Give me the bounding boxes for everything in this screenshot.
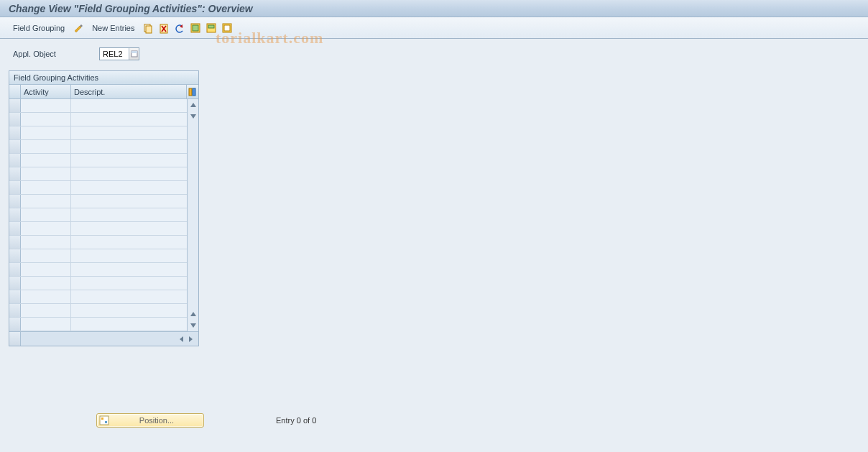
select-all-column-header[interactable]: [9, 85, 21, 98]
cell-activity[interactable]: [21, 126, 71, 139]
row-selector[interactable]: [9, 249, 21, 262]
table-row[interactable]: [9, 140, 187, 154]
scroll-up-step-icon[interactable]: [188, 308, 198, 320]
title-bar: Change View "Field Grouping Activities":…: [0, 0, 868, 17]
cell-descript[interactable]: [71, 290, 187, 303]
cell-activity[interactable]: [21, 318, 71, 331]
cell-descript[interactable]: [71, 304, 187, 317]
cell-descript[interactable]: [71, 236, 187, 249]
cell-activity[interactable]: [21, 249, 71, 262]
copy-as-icon[interactable]: [142, 22, 154, 34]
cell-descript[interactable]: [71, 263, 187, 276]
horizontal-scrollbar[interactable]: [71, 332, 198, 346]
cell-descript[interactable]: [71, 126, 187, 139]
row-selector[interactable]: [9, 181, 21, 194]
cell-activity[interactable]: [21, 167, 71, 180]
cell-activity[interactable]: [21, 263, 71, 276]
row-selector[interactable]: [9, 113, 21, 126]
table-row[interactable]: [9, 222, 187, 236]
table-row[interactable]: [9, 181, 187, 195]
scroll-down-icon[interactable]: [188, 320, 198, 331]
position-button[interactable]: Position...: [96, 413, 204, 428]
table-row[interactable]: [9, 263, 187, 277]
toggle-change-icon[interactable]: [72, 22, 85, 34]
cell-activity[interactable]: [21, 154, 71, 167]
select-all-icon[interactable]: [189, 22, 202, 34]
svg-rect-13: [189, 88, 192, 96]
row-selector[interactable]: [9, 304, 21, 317]
scroll-down-step-icon[interactable]: [188, 111, 198, 122]
table-row[interactable]: [9, 236, 187, 249]
row-selector[interactable]: [9, 277, 21, 290]
cell-activity[interactable]: [21, 195, 71, 208]
cell-activity[interactable]: [21, 140, 71, 153]
row-selector[interactable]: [9, 99, 21, 112]
cell-descript[interactable]: [71, 140, 187, 153]
cell-descript[interactable]: [71, 249, 187, 262]
table-settings-icon[interactable]: [187, 85, 198, 98]
cell-activity[interactable]: [21, 277, 71, 290]
row-selector[interactable]: [9, 167, 21, 180]
new-entries-button[interactable]: New Entries: [88, 22, 139, 34]
f4-help-icon[interactable]: [129, 48, 139, 60]
table-row[interactable]: [9, 167, 187, 181]
cell-descript[interactable]: [71, 167, 187, 180]
appl-object-input[interactable]: [100, 49, 129, 59]
cell-descript[interactable]: [71, 195, 187, 208]
table-row[interactable]: [9, 195, 187, 208]
table-row[interactable]: [9, 208, 187, 222]
table-row[interactable]: [9, 318, 187, 331]
scroll-right-icon[interactable]: [187, 336, 194, 343]
row-selector[interactable]: [9, 263, 21, 276]
cell-descript[interactable]: [71, 113, 187, 126]
table-row[interactable]: [9, 113, 187, 126]
field-grouping-menu[interactable]: Field Grouping: [9, 22, 69, 34]
cell-activity[interactable]: [21, 222, 71, 235]
cell-activity[interactable]: [21, 99, 71, 112]
row-selector[interactable]: [9, 140, 21, 153]
table-row[interactable]: [9, 290, 187, 304]
row-selector[interactable]: [9, 290, 21, 303]
delete-icon[interactable]: [157, 22, 170, 34]
deselect-all-icon[interactable]: [221, 22, 234, 34]
entry-count: Entry 0 of 0: [276, 416, 316, 425]
column-header-descript[interactable]: Descript.: [71, 85, 187, 98]
table-row[interactable]: [9, 249, 187, 263]
row-selector[interactable]: [9, 154, 21, 167]
scroll-up-icon[interactable]: [188, 99, 198, 111]
row-selector[interactable]: [9, 222, 21, 235]
table-row[interactable]: [9, 154, 187, 167]
position-label: Position...: [114, 416, 199, 425]
table-header-row: Activity Descript.: [9, 85, 198, 99]
cell-activity[interactable]: [21, 236, 71, 249]
select-block-icon[interactable]: [205, 22, 218, 34]
cell-activity[interactable]: [21, 304, 71, 317]
cell-descript[interactable]: [71, 208, 187, 221]
cell-activity[interactable]: [21, 208, 71, 221]
cell-descript[interactable]: [71, 318, 187, 331]
cell-descript[interactable]: [71, 99, 187, 112]
svg-rect-10: [224, 25, 230, 31]
table-row[interactable]: [9, 99, 187, 113]
row-selector[interactable]: [9, 195, 21, 208]
row-selector[interactable]: [9, 208, 21, 221]
cell-descript[interactable]: [71, 154, 187, 167]
row-selector[interactable]: [9, 236, 21, 249]
table-row[interactable]: [9, 277, 187, 290]
cell-activity[interactable]: [21, 181, 71, 194]
row-selector[interactable]: [9, 126, 21, 139]
table-footer: [9, 331, 198, 346]
undo-change-icon[interactable]: [173, 22, 186, 34]
column-header-activity[interactable]: Activity: [21, 85, 71, 98]
cell-descript[interactable]: [71, 181, 187, 194]
position-icon: [98, 415, 110, 425]
scroll-left-icon[interactable]: [178, 336, 185, 343]
cell-activity[interactable]: [21, 113, 71, 126]
vertical-scrollbar[interactable]: [187, 99, 198, 331]
cell-activity[interactable]: [21, 290, 71, 303]
row-selector[interactable]: [9, 318, 21, 331]
table-row[interactable]: [9, 304, 187, 318]
table-row[interactable]: [9, 126, 187, 140]
cell-descript[interactable]: [71, 222, 187, 235]
cell-descript[interactable]: [71, 277, 187, 290]
